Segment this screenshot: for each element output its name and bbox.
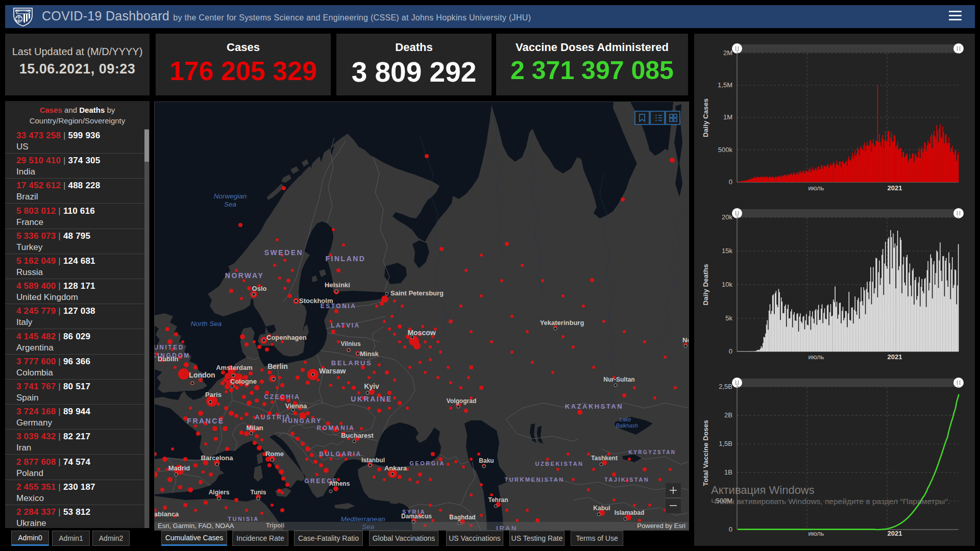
svg-text:Amsterdam: Amsterdam [216, 364, 253, 371]
svg-text:Cologne: Cologne [230, 378, 257, 385]
svg-text:Vilnius: Vilnius [340, 340, 360, 347]
svg-text:5k: 5k [725, 314, 732, 322]
svg-text:Minsk: Minsk [360, 350, 379, 358]
svg-text:2021: 2021 [888, 530, 902, 537]
svg-text:июль: июль [808, 530, 824, 537]
svg-text:Esri, Garmin, FAO, NOAA: Esri, Garmin, FAO, NOAA [158, 522, 234, 530]
svg-text:SWEDEN: SWEDEN [264, 248, 303, 257]
svg-text:Islamabad: Islamabad [615, 509, 645, 516]
svg-text:Nur-Sultan: Nur-Sultan [603, 376, 634, 383]
svg-text:Oslo: Oslo [252, 285, 267, 292]
svg-text:Vienna: Vienna [285, 402, 307, 410]
svg-text:500k: 500k [718, 146, 733, 154]
svg-text:Madrid: Madrid [168, 464, 190, 472]
svg-text:Milan: Milan [246, 424, 263, 432]
svg-text:FINLAND: FINLAND [326, 255, 366, 263]
svg-text:TURKMENISTAN: TURKMENISTAN [504, 477, 564, 483]
svg-text:июль: июль [808, 184, 824, 192]
svg-text:Tunis: Tunis [250, 489, 266, 496]
svg-text:Rome: Rome [265, 450, 284, 458]
svg-text:Athens: Athens [329, 480, 350, 487]
svg-text:Barcelona: Barcelona [201, 454, 234, 462]
svg-text:Istanbul: Istanbul [361, 457, 385, 464]
svg-text:HUNGARY: HUNGARY [282, 417, 322, 424]
svg-text:London: London [189, 371, 215, 379]
svg-text:Powered by Esri: Powered by Esri [637, 522, 685, 530]
svg-text:20k: 20k [722, 213, 732, 221]
svg-text:1B: 1B [724, 468, 732, 476]
svg-text:2021: 2021 [888, 184, 902, 192]
svg-text:LATVIA: LATVIA [331, 322, 360, 329]
svg-text:Tashkent: Tashkent [591, 455, 618, 462]
svg-text:Sea: Sea [224, 201, 237, 208]
svg-text:Balkhash: Balkhash [616, 422, 638, 429]
svg-text:Helsinki: Helsinki [325, 281, 350, 289]
svg-text:Bucharest: Bucharest [341, 432, 374, 439]
svg-text:Copenhagen: Copenhagen [266, 334, 307, 341]
svg-text:10k: 10k [722, 281, 732, 288]
svg-text:2,5B: 2,5B [719, 383, 732, 390]
svg-text:KYRGYZSTAN: KYRGYZSTAN [628, 449, 676, 455]
svg-text:North Sea: North Sea [191, 320, 222, 328]
svg-text:Moscow: Moscow [407, 329, 435, 337]
svg-text:Baku: Baku [479, 457, 494, 464]
svg-text:BULGARIA: BULGARIA [319, 450, 361, 458]
svg-text:Daily Deaths: Daily Deaths [702, 264, 709, 305]
svg-text:Volgograd: Volgograd [447, 397, 476, 405]
svg-text:Casablanca: Casablanca [155, 510, 179, 518]
svg-text:Lake: Lake [620, 416, 631, 422]
svg-text:2M: 2M [723, 49, 732, 57]
svg-text:UKRAINE: UKRAINE [351, 395, 392, 403]
svg-text:Saint Petersburg: Saint Petersburg [390, 289, 444, 297]
svg-text:Algiers: Algiers [209, 489, 230, 496]
svg-text:1,5M: 1,5M [718, 81, 732, 89]
svg-text:1,5B: 1,5B [719, 440, 732, 447]
svg-text:Damascus: Damascus [401, 513, 432, 520]
svg-text:Dublin: Dublin [158, 355, 178, 363]
svg-text:KAZAKHSTAN: KAZAKHSTAN [565, 403, 623, 410]
svg-text:июль: июль [808, 353, 824, 361]
svg-text:BELARUS: BELARUS [331, 359, 372, 367]
svg-text:0: 0 [729, 347, 732, 355]
svg-text:Kabul: Kabul [593, 505, 610, 512]
svg-text:Berlin: Berlin [267, 362, 288, 370]
svg-text:TUNISIA: TUNISIA [228, 516, 259, 522]
svg-text:NORWAY: NORWAY [225, 271, 264, 280]
svg-text:0: 0 [729, 525, 732, 533]
svg-text:ROMANIA: ROMANIA [317, 424, 355, 432]
svg-text:Paris: Paris [205, 391, 222, 398]
svg-text:Mediterranean: Mediterranean [340, 515, 385, 523]
svg-text:Warsaw: Warsaw [319, 367, 346, 375]
svg-text:CZECHIA: CZECHIA [264, 393, 301, 400]
svg-text:UZBEKISTAN: UZBEKISTAN [535, 461, 583, 467]
svg-text:Baghdad: Baghdad [449, 514, 475, 521]
svg-text:15k: 15k [722, 247, 732, 255]
svg-text:UNITED: UNITED [155, 344, 184, 351]
svg-text:TAJIKISTAN: TAJIKISTAN [604, 477, 649, 483]
svg-text:0: 0 [729, 178, 732, 186]
svg-text:Total Vaccine Doses: Total Vaccine Doses [702, 420, 709, 486]
svg-text:FRANCE: FRANCE [187, 417, 224, 425]
svg-text:Norwegian: Norwegian [214, 192, 247, 200]
svg-text:2B: 2B [724, 411, 732, 419]
svg-text:GEORGIA: GEORGIA [409, 460, 445, 466]
svg-text:Stockholm: Stockholm [299, 297, 333, 305]
svg-text:1M: 1M [723, 113, 732, 121]
svg-text:Yekaterinburg: Yekaterinburg [540, 319, 584, 327]
svg-text:2021: 2021 [888, 353, 902, 361]
svg-text:Kyiv: Kyiv [364, 382, 379, 390]
svg-text:Ankara: Ankara [384, 464, 407, 472]
svg-text:Daily Cases: Daily Cases [702, 98, 709, 137]
svg-text:Tehran: Tehran [488, 496, 508, 504]
svg-text:Novosi: Novosi [682, 336, 689, 344]
